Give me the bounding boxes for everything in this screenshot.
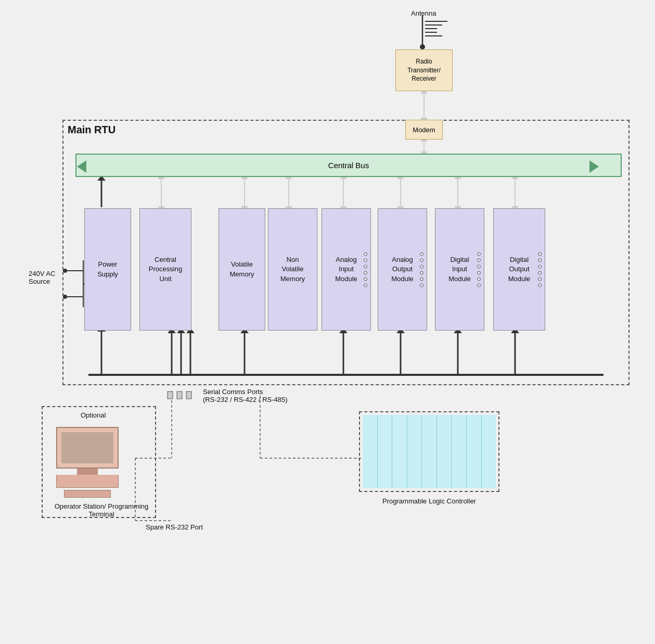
serial-comms-label: Serial Comms Ports (RS-232 / RS-422 / RS… <box>203 388 288 403</box>
volatile-memory-label: VolatileMemory <box>230 260 254 279</box>
digital-input-connectors <box>477 252 481 287</box>
radio-label: Radio Transmitter/ Receiver <box>407 57 441 83</box>
operator-label: Operator Station/ Programming Terminal <box>49 502 153 518</box>
svg-point-1 <box>420 44 425 49</box>
analog-input-label: AnalogInputModule <box>335 255 357 284</box>
main-rtu-label: Main RTU <box>68 124 115 136</box>
volatile-memory-module: VolatileMemory <box>219 208 265 331</box>
plc-dashed-box <box>359 411 499 492</box>
svg-rect-66 <box>186 392 191 399</box>
non-volatile-memory-module: NonVolatileMemory <box>268 208 317 331</box>
digital-output-connectors <box>538 252 542 287</box>
antenna-label: Antenna <box>411 9 436 17</box>
cpu-label: CentralProcessingUnit <box>149 255 182 284</box>
power-supply-label: PowerSupply <box>97 260 118 279</box>
central-bus: Central Bus <box>75 154 622 177</box>
svg-rect-64 <box>168 392 173 399</box>
analog-input-module: AnalogInputModule <box>322 208 371 331</box>
modem-box: Modem <box>405 120 443 140</box>
analog-output-connectors <box>420 252 423 287</box>
non-volatile-memory-label: NonVolatileMemory <box>280 255 305 284</box>
modem-label: Modem <box>413 126 435 134</box>
operator-computer <box>56 427 119 498</box>
svg-rect-65 <box>177 392 182 399</box>
analog-input-connectors <box>364 252 367 287</box>
central-bus-label: Central Bus <box>328 161 369 170</box>
power-supply-module: PowerSupply <box>84 208 131 331</box>
bus-arrow-left <box>77 160 86 173</box>
diagram: Main RTU Antenna Radio Transmitter/ Rece… <box>0 0 655 644</box>
analog-output-label: AnalogOutputModule <box>391 255 414 284</box>
spare-rs232-label: Spare RS-232 Port <box>146 523 203 531</box>
digital-input-label: DigitalInputModule <box>448 255 471 284</box>
radio-box: Radio Transmitter/ Receiver <box>395 49 453 91</box>
bus-arrow-right <box>589 160 599 173</box>
ac-source-label: 240V AC Source <box>29 270 55 285</box>
digital-output-module: DigitalOutputModule <box>493 208 545 331</box>
digital-output-label: DigitalOutputModule <box>508 255 531 284</box>
digital-input-module: DigitalInputModule <box>435 208 484 331</box>
plc-label: Programmable Logic Controller <box>364 497 494 505</box>
cpu-module: CentralProcessingUnit <box>139 208 191 331</box>
analog-output-module: AnalogOutputModule <box>378 208 427 331</box>
